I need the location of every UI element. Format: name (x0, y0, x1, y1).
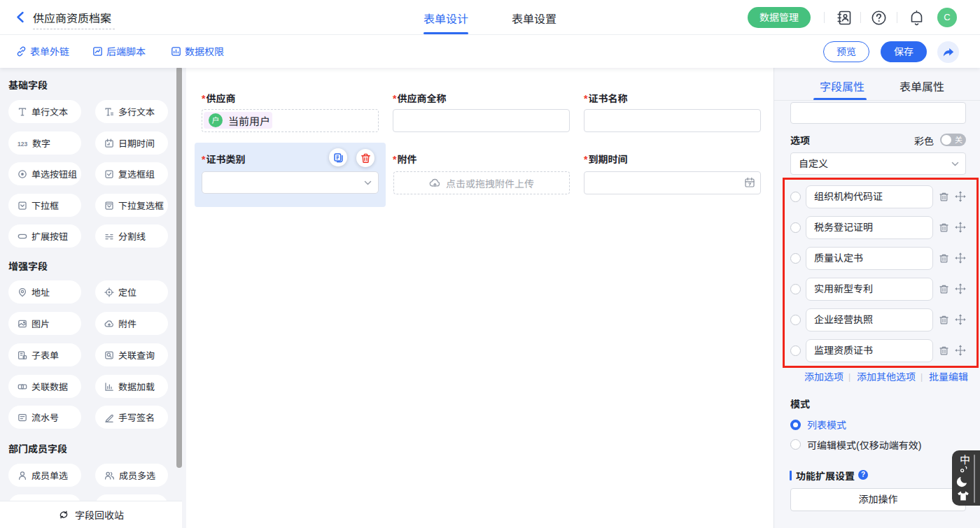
svg-text:123: 123 (18, 140, 27, 147)
